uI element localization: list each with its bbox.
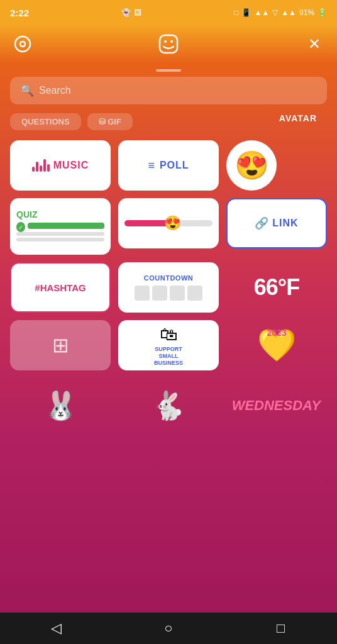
recents-button[interactable]: □ <box>266 613 296 643</box>
slider-sticker[interactable]: 😍 <box>118 198 219 248</box>
bar4 <box>43 159 46 172</box>
add-icon: ⊞ <box>52 333 69 357</box>
bar3 <box>40 165 42 172</box>
gif-sticker-partial[interactable]: ⛁ GIF <box>87 113 133 130</box>
2023-text: 2023 <box>267 328 286 338</box>
nav-bar: ◁ ○ □ <box>0 613 337 644</box>
gallery-icon: 🖼 <box>134 8 141 17</box>
svg-point-1 <box>20 42 25 47</box>
back-icon: ◁ <box>51 620 62 636</box>
countdown-boxes <box>135 286 202 301</box>
bar2 <box>36 162 38 172</box>
partial-top-row: QUESTIONS ⛁ GIF AVATAR <box>0 113 337 130</box>
top-bar: ✕ <box>0 25 337 63</box>
wednesday-sticker[interactable]: WEDNESDAY <box>226 380 327 431</box>
svg-rect-2 <box>160 35 177 53</box>
poll-sticker[interactable]: ≡ POLL <box>118 140 219 191</box>
gif-label: ⛁ GIF <box>99 117 121 126</box>
battery-icon: 🔋 <box>318 8 327 17</box>
support-label: SUPPORTSMALLBUSINESS <box>154 346 183 366</box>
quiz-line2 <box>16 238 104 242</box>
close-button[interactable]: ✕ <box>304 34 324 54</box>
rabbit-emoji: 🐰 <box>43 389 78 422</box>
rabbit2023-emoji: 🐇 <box>151 389 185 422</box>
svg-point-4 <box>170 40 173 43</box>
svg-point-3 <box>164 40 167 43</box>
status-bar: 2:22 👻 🖼 □ 📳 ▲▲ ▽ ▲▲ 91% 🔋 <box>0 0 337 25</box>
quiz-sticker[interactable]: QUIZ ✓ <box>10 198 111 255</box>
snapchat-icon: 👻 <box>121 8 131 17</box>
questions-label: QUESTIONS <box>21 117 70 126</box>
rabbit2023-sticker[interactable]: 🐇 <box>118 380 219 431</box>
poll-icon: ≡ <box>148 159 155 172</box>
slider-emoji: 😍 <box>164 215 181 231</box>
link-icon: 🔗 <box>255 216 268 230</box>
bar5 <box>47 164 50 172</box>
wednesday-label: WEDNESDAY <box>232 397 321 414</box>
rabbit-sticker[interactable]: 🐰 <box>10 380 111 431</box>
poll-label: POLL <box>160 160 189 171</box>
sim-icon: □ <box>234 8 238 17</box>
sheet-handle <box>156 69 181 72</box>
temperature-value: 66°F <box>254 274 299 301</box>
hashtag-sticker[interactable]: #HASHTAG <box>10 262 111 313</box>
emoji-sticker[interactable]: 😍 <box>226 140 277 191</box>
heart-eyes-emoji: 😍 <box>235 149 269 182</box>
temperature-sticker[interactable]: 66°F <box>226 262 327 313</box>
sticker-grid: MUSIC ≡ POLL 😍 QUIZ ✓ 😍 <box>0 135 337 375</box>
settings-button[interactable] <box>13 34 33 54</box>
music-label: MUSIC <box>53 160 89 171</box>
svg-point-0 <box>15 36 30 52</box>
vibrate-icon: 📳 <box>241 8 251 17</box>
search-bar[interactable]: 🔍 Search <box>10 77 327 104</box>
quiz-label: QUIZ <box>16 209 37 219</box>
countdown-box1 <box>135 286 150 301</box>
status-center-icons: 👻 🖼 <box>121 8 141 17</box>
back-button[interactable]: ◁ <box>41 613 71 643</box>
link-label: LINK <box>272 218 298 229</box>
hashtag-label: #HASHTAG <box>35 282 86 293</box>
quiz-check-bar <box>28 223 104 229</box>
2023-heart-sticker[interactable]: 💛 2023 <box>226 320 327 370</box>
sticker-picker-icon <box>158 34 179 54</box>
support-small-business-sticker[interactable]: 🛍 SUPPORTSMALLBUSINESS <box>118 320 219 370</box>
countdown-sticker[interactable]: COUNTDOWN <box>118 262 219 313</box>
music-bars-icon <box>32 159 50 172</box>
sticker-panel: 🔍 Search QUESTIONS ⛁ GIF AVATAR MUSIC ≡ <box>0 63 337 613</box>
quiz-line1 <box>16 232 104 236</box>
shopping-bag-icon: 🛍 <box>160 324 177 345</box>
home-button[interactable]: ○ <box>153 613 184 643</box>
status-time: 2:22 <box>10 8 29 18</box>
recents-icon: □ <box>277 620 285 636</box>
link-sticker[interactable]: 🔗 LINK <box>226 198 327 248</box>
home-icon: ○ <box>164 620 172 636</box>
countdown-label: COUNTDOWN <box>144 274 193 282</box>
search-icon: 🔍 <box>20 84 34 97</box>
wifi-icon: ▽ <box>272 8 278 17</box>
questions-sticker-partial[interactable]: QUESTIONS <box>10 113 81 130</box>
bar1 <box>32 167 35 172</box>
status-right-icons: □ 📳 ▲▲ ▽ ▲▲ 91% 🔋 <box>234 8 327 17</box>
countdown-box3 <box>170 286 185 301</box>
add-sticker-button[interactable]: ⊞ <box>10 320 111 370</box>
slider-track: 😍 <box>124 220 213 226</box>
music-sticker[interactable]: MUSIC <box>10 140 111 191</box>
avatar-label[interactable]: AVATAR <box>279 113 317 130</box>
bottom-stickers-row: 🐰 🐇 WEDNESDAY <box>0 378 337 433</box>
signal2-icon: ▲▲ <box>281 8 296 17</box>
battery-percent: 91% <box>299 8 314 17</box>
countdown-box4 <box>187 286 202 301</box>
countdown-box2 <box>152 286 167 301</box>
signal-icon: ▲▲ <box>254 8 269 17</box>
search-placeholder: Search <box>39 85 71 96</box>
